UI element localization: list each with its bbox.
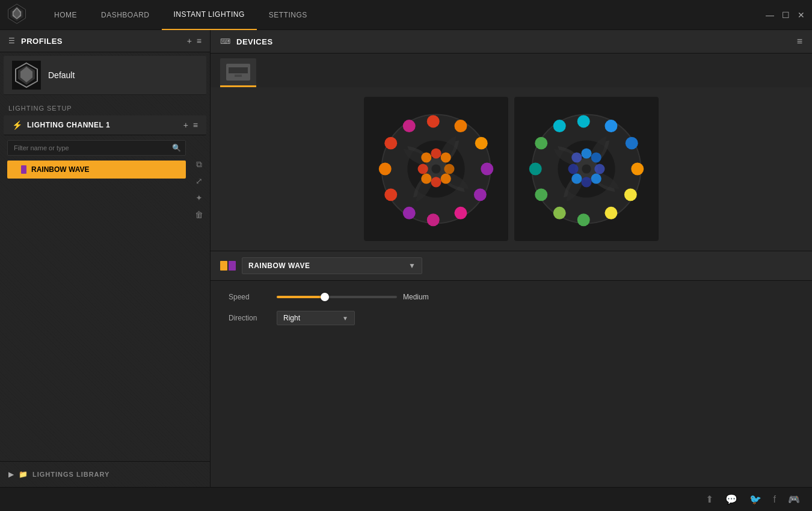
speed-value: Medium bbox=[403, 293, 433, 301]
speed-row: Speed Medium bbox=[229, 293, 794, 301]
direction-row: Direction Right ▼ bbox=[229, 311, 794, 325]
channel-header: ⚡ LIGHTING CHANNEL 1 + ≡ bbox=[4, 115, 206, 135]
nav-instant-lighting[interactable]: INSTANT LIGHTING bbox=[162, 0, 257, 30]
direction-select[interactable]: Right ▼ bbox=[277, 311, 355, 325]
svg-point-33 bbox=[431, 177, 441, 187]
minimize-button[interactable]: — bbox=[765, 10, 775, 20]
copy-tool-button[interactable]: ⧉ bbox=[192, 157, 206, 171]
svg-point-35 bbox=[418, 164, 428, 174]
profile-avatar bbox=[12, 61, 41, 90]
devices-header: ⌨ DEVICES ≡ bbox=[211, 30, 812, 54]
svg-point-52 bbox=[553, 120, 566, 132]
sidebar: ☰ PROFILES + ≡ Default LIGHTING SETUP bbox=[0, 30, 211, 487]
chat-icon[interactable]: 💬 bbox=[725, 494, 737, 505]
svg-point-16 bbox=[427, 115, 440, 127]
svg-point-21 bbox=[454, 207, 467, 219]
svg-point-28 bbox=[421, 152, 431, 162]
svg-point-47 bbox=[577, 213, 590, 226]
device-tab-0[interactable] bbox=[220, 58, 256, 87]
add-profile-button[interactable]: + bbox=[187, 36, 192, 46]
nav-settings[interactable]: SETTINGS bbox=[257, 0, 319, 30]
direction-label: Direction bbox=[229, 314, 277, 322]
titlebar: HOME DASHBOARD INSTANT LIGHTING SETTINGS… bbox=[0, 0, 812, 30]
effect-bar: RAINBOW WAVE ▼ bbox=[211, 251, 812, 281]
speed-slider-fill bbox=[277, 296, 325, 298]
nav-home[interactable]: HOME bbox=[42, 0, 89, 30]
profiles-icon: ☰ bbox=[8, 37, 15, 45]
svg-point-22 bbox=[427, 213, 440, 226]
fan-svg-2 bbox=[526, 109, 647, 229]
maximize-button[interactable]: ☐ bbox=[781, 10, 790, 20]
channel-title: LIGHTING CHANNEL 1 bbox=[27, 121, 183, 129]
svg-point-15 bbox=[431, 164, 440, 173]
svg-point-20 bbox=[474, 188, 487, 201]
fan-area bbox=[211, 87, 812, 251]
profile-default[interactable]: Default bbox=[4, 56, 206, 95]
speed-slider-track[interactable] bbox=[277, 296, 397, 298]
delete-tool-button[interactable]: 🗑 bbox=[192, 207, 206, 222]
effect-dropdown-arrow: ▼ bbox=[408, 262, 416, 270]
filter-input[interactable] bbox=[7, 140, 186, 156]
svg-point-54 bbox=[581, 148, 591, 159]
profiles-title: PROFILES bbox=[21, 37, 187, 46]
support-icon[interactable]: 🎮 bbox=[788, 494, 800, 505]
svg-point-24 bbox=[384, 188, 397, 201]
facebook-icon[interactable]: f bbox=[774, 494, 776, 505]
svg-point-27 bbox=[403, 120, 416, 132]
profiles-menu-button[interactable]: ≡ bbox=[197, 36, 201, 46]
svg-point-31 bbox=[444, 164, 454, 174]
settings-panel: Speed Medium Direction Right ▼ bbox=[211, 281, 812, 487]
svg-point-41 bbox=[577, 115, 590, 127]
svg-point-44 bbox=[631, 163, 644, 176]
svg-point-45 bbox=[624, 188, 637, 201]
effect-bar-color-icon bbox=[220, 261, 236, 271]
devices-icon: ⌨ bbox=[220, 37, 230, 46]
svg-point-56 bbox=[594, 164, 604, 174]
right-panel: ⌨ DEVICES ≡ bbox=[211, 30, 812, 487]
device-tab-icon bbox=[226, 64, 250, 81]
lighting-setup-label: LIGHTING SETUP bbox=[0, 99, 210, 115]
svg-point-42 bbox=[604, 120, 617, 132]
svg-point-48 bbox=[553, 207, 566, 219]
svg-point-53 bbox=[571, 152, 582, 162]
share-icon[interactable]: ⬆ bbox=[706, 494, 713, 505]
twitter-icon[interactable]: 🐦 bbox=[749, 494, 761, 505]
svg-point-26 bbox=[384, 137, 397, 150]
effect-item-rainbow-wave[interactable]: RAINBOW WAVE bbox=[7, 161, 186, 179]
search-icon: 🔍 bbox=[172, 144, 181, 152]
fan-card-2 bbox=[514, 97, 659, 241]
svg-point-25 bbox=[379, 163, 392, 176]
channel-actions: + ≡ bbox=[183, 120, 198, 130]
svg-point-50 bbox=[529, 163, 542, 176]
main-nav: HOME DASHBOARD INSTANT LIGHTING SETTINGS bbox=[42, 0, 765, 30]
close-button[interactable]: ✕ bbox=[796, 10, 806, 20]
svg-point-17 bbox=[454, 120, 467, 132]
svg-rect-10 bbox=[235, 75, 242, 77]
channel-menu-button[interactable]: ≡ bbox=[193, 120, 198, 130]
svg-point-60 bbox=[568, 164, 579, 174]
direction-select-label: Right bbox=[283, 314, 342, 322]
svg-point-49 bbox=[535, 188, 547, 201]
devices-title: DEVICES bbox=[236, 37, 797, 46]
add-channel-button[interactable]: + bbox=[183, 120, 188, 130]
app-logo bbox=[6, 3, 30, 27]
svg-point-55 bbox=[591, 152, 601, 162]
speed-slider-thumb[interactable] bbox=[321, 293, 329, 301]
devices-menu-button[interactable]: ≡ bbox=[797, 36, 802, 47]
filter-container: 🔍 bbox=[7, 140, 186, 156]
svg-point-57 bbox=[591, 174, 601, 184]
effect-name-label: RAINBOW WAVE bbox=[31, 165, 89, 174]
library-folder-icon: 📁 bbox=[19, 470, 28, 479]
nav-dashboard[interactable]: DASHBOARD bbox=[89, 0, 162, 30]
effect-dropdown[interactable]: RAINBOW WAVE ▼ bbox=[242, 257, 422, 274]
device-tabs bbox=[211, 54, 812, 87]
profiles-actions: + ≡ bbox=[187, 36, 201, 46]
channel-icon: ⚡ bbox=[12, 120, 22, 130]
svg-point-34 bbox=[421, 174, 431, 184]
effect-color-icon bbox=[14, 165, 26, 174]
svg-point-18 bbox=[475, 137, 488, 150]
expand-tool-button[interactable]: ⤢ bbox=[192, 174, 206, 188]
transform-tool-button[interactable]: ✦ bbox=[192, 191, 206, 205]
svg-point-30 bbox=[441, 152, 451, 162]
lightings-library[interactable]: ▶ 📁 LIGHTINGS LIBRARY bbox=[0, 461, 210, 487]
